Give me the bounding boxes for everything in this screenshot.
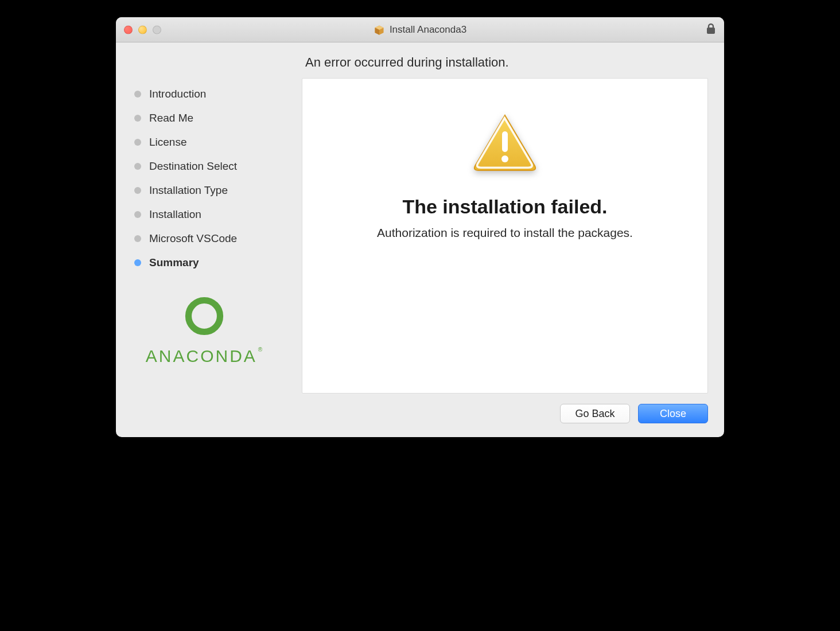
svg-rect-3 bbox=[707, 28, 715, 34]
go-back-button[interactable]: Go Back bbox=[560, 404, 630, 423]
svg-point-6 bbox=[501, 155, 508, 162]
step-installation: Installation bbox=[134, 209, 297, 220]
traffic-lights bbox=[124, 25, 161, 34]
registered-mark: ® bbox=[258, 346, 264, 353]
titlebar: Install Anaconda3 bbox=[116, 17, 724, 42]
step-license: License bbox=[134, 137, 297, 147]
window-zoom-button-disabled bbox=[153, 25, 161, 34]
bullet-icon bbox=[134, 235, 141, 242]
window-close-button[interactable] bbox=[124, 25, 133, 34]
window-minimize-button[interactable] bbox=[138, 25, 147, 34]
installer-window: Install Anaconda3 An error occurred duri… bbox=[116, 17, 724, 437]
page-heading: An error occurred during installation. bbox=[302, 42, 708, 78]
svg-rect-5 bbox=[502, 131, 508, 152]
failure-title: The installation failed. bbox=[402, 196, 607, 218]
step-list: Introduction Read Me License Destination… bbox=[134, 88, 297, 281]
anaconda-wordmark: ANACONDA® bbox=[146, 346, 263, 366]
bullet-icon bbox=[134, 187, 141, 194]
package-icon bbox=[374, 24, 385, 36]
bullet-icon bbox=[134, 259, 141, 266]
sidebar: Introduction Read Me License Destination… bbox=[125, 42, 297, 394]
window-title: Install Anaconda3 bbox=[390, 24, 466, 36]
step-read-me: Read Me bbox=[134, 112, 297, 123]
bullet-icon bbox=[134, 163, 141, 170]
bullet-icon bbox=[134, 211, 141, 218]
warning-icon bbox=[470, 112, 539, 174]
step-summary: Summary bbox=[134, 257, 297, 268]
content-area: An error occurred during installation. I… bbox=[116, 42, 724, 437]
window-title-group: Install Anaconda3 bbox=[374, 24, 466, 36]
bullet-icon bbox=[134, 139, 141, 146]
footer-buttons: Go Back Close bbox=[302, 394, 708, 423]
step-introduction: Introduction bbox=[134, 88, 297, 99]
lock-icon bbox=[706, 23, 716, 37]
failure-message: Authorization is required to install the… bbox=[377, 226, 633, 240]
anaconda-ring-icon bbox=[180, 291, 229, 341]
bullet-icon bbox=[134, 115, 141, 122]
anaconda-brand: ANACONDA® bbox=[135, 291, 273, 366]
bullet-icon bbox=[134, 91, 141, 98]
step-installation-type: Installation Type bbox=[134, 185, 297, 196]
result-panel: The installation failed. Authorization i… bbox=[302, 78, 708, 394]
step-destination-select: Destination Select bbox=[134, 161, 297, 172]
step-microsoft-vscode: Microsoft VSCode bbox=[134, 233, 297, 244]
close-button[interactable]: Close bbox=[638, 404, 708, 423]
